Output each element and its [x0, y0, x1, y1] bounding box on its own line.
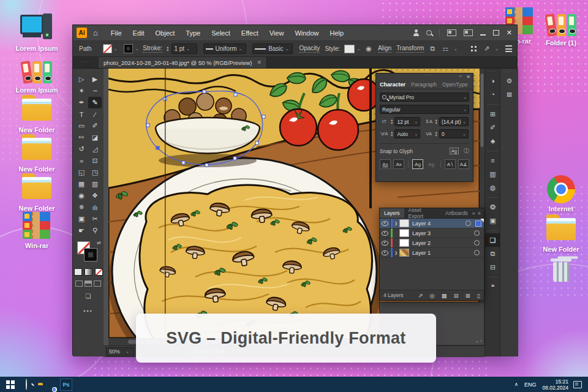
panel-close-icon[interactable]: ✕ [466, 74, 470, 80]
symbols-panel-icon[interactable]: ♣ [485, 134, 500, 148]
hand-tool-icon[interactable]: ☛ [75, 225, 88, 236]
desktop-icon-trash[interactable] [532, 257, 588, 284]
width-tool-icon[interactable]: ≈ [75, 155, 88, 167]
menu-type[interactable]: Type [180, 29, 206, 37]
lasso-tool-icon[interactable]: ∽ [88, 85, 102, 97]
gradient-mode-button[interactable] [85, 268, 92, 276]
options-menu-icon[interactable] [505, 45, 512, 52]
font-family-select[interactable]: Myriad Pro⌄ [380, 92, 469, 102]
minimize-button[interactable] [480, 34, 486, 36]
isolate-icon[interactable]: ⧉ [430, 45, 435, 53]
menu-edit[interactable]: Edit [127, 29, 150, 37]
visibility-eye-icon[interactable] [380, 228, 391, 238]
fill-none-swatch[interactable] [103, 44, 112, 53]
free-transform-tool-icon[interactable]: ⊡ [88, 155, 102, 167]
gradient-panel-icon[interactable]: ▥ [485, 167, 500, 181]
maximize-button[interactable] [493, 30, 499, 36]
menu-select[interactable]: Select [206, 29, 236, 37]
home-icon[interactable]: ⌂ [93, 28, 98, 37]
new-layer-icon[interactable]: ⊞ [466, 292, 470, 299]
snap-glyph-bounds-button[interactable]: Ag [412, 159, 423, 169]
artboard-tool-icon[interactable]: ▣ [75, 213, 88, 225]
arrange-documents-icon[interactable] [447, 29, 456, 36]
slice-tool-icon[interactable]: ✂ [88, 213, 102, 225]
visibility-eye-icon[interactable] [380, 238, 391, 247]
layers-panel-icon[interactable]: ❏ [485, 233, 500, 247]
layer-row-layer-3[interactable]: Layer 3 [380, 228, 484, 238]
start-button[interactable] [6, 380, 15, 389]
close-button[interactable]: ✕ [507, 29, 512, 37]
snap-baseline-button[interactable]: Ax [380, 159, 391, 169]
document-tab[interactable]: photo_2024-10-28_20-01-40.jpg* @ 50 % (R… [99, 57, 267, 68]
notification-center-icon[interactable] [573, 381, 582, 388]
angular-guide-button[interactable]: A∖ [445, 159, 456, 169]
layer-name[interactable]: Layer 1 [412, 250, 474, 256]
desktop-icon-new-folder[interactable]: New Folder [7, 134, 66, 173]
shape-builder-tool-icon[interactable]: ◱ [75, 167, 88, 178]
screen-mode-icon[interactable]: ❏ [73, 293, 104, 300]
layer-name[interactable]: Layer 4 [412, 221, 466, 227]
none-mode-button[interactable] [95, 268, 103, 276]
menu-view[interactable]: View [264, 29, 290, 37]
clock[interactable]: 15:21 08.02.2024 [542, 379, 568, 391]
opacity-link[interactable]: Opacity [299, 45, 320, 53]
kerning-field[interactable]: Auto⌄ [394, 129, 420, 138]
desktop-icon-new-folder[interactable]: New Folder [7, 95, 66, 134]
share-icon[interactable]: ⇗ [484, 45, 489, 53]
tracking-field[interactable]: 0⌄ [439, 129, 469, 138]
layer-thumbnail[interactable] [399, 229, 409, 237]
gradient-tool-icon[interactable]: ▥ [88, 178, 102, 190]
expand-panel-icon[interactable]: » [472, 211, 475, 216]
layer-row-layer-1[interactable]: ❯Layer 1 [380, 248, 484, 258]
color-panel-icon[interactable]: ◑ [485, 74, 500, 88]
artboards-panel-icon[interactable]: ⧉ [485, 247, 500, 260]
desktop-icon-binders[interactable]: Lorem Ipsum [7, 55, 66, 94]
select-similar-icon[interactable]: ⚏ [442, 45, 448, 53]
menu-effect[interactable]: Effect [236, 29, 264, 37]
tab-paragraph[interactable]: Paragraph [411, 81, 437, 88]
magic-wand-tool-icon[interactable]: ✶ [75, 85, 88, 97]
mesh-tool-icon[interactable]: ▦ [75, 178, 88, 190]
stroke-proxy[interactable] [85, 249, 97, 261]
font-style-select[interactable]: Regular⌄ [380, 105, 469, 114]
menu-window[interactable]: Window [289, 29, 324, 37]
panel-menu-icon[interactable]: ≡ [473, 83, 477, 85]
swap-fill-stroke-icon[interactable]: ⇄ [97, 240, 101, 246]
menu-help[interactable]: Help [325, 29, 350, 37]
selection-tool-icon[interactable]: ▷ [75, 74, 88, 85]
layer-thumbnail[interactable] [399, 219, 409, 227]
transform-link[interactable]: Transform [396, 45, 424, 53]
stroke-color-swatch[interactable] [124, 44, 133, 53]
menu-file[interactable]: File [105, 29, 127, 37]
align-link[interactable]: Align [378, 45, 391, 53]
layer-target-circle[interactable] [474, 240, 480, 246]
snap-xheight-button[interactable]: Ax [393, 159, 404, 169]
locate-object-icon[interactable]: ◎ [430, 292, 435, 299]
tab-character[interactable]: Character [380, 81, 405, 88]
perspective-grid-tool-icon[interactable]: ◳ [88, 167, 102, 178]
layer-row-layer-4[interactable]: ❯Layer 4 [380, 219, 484, 228]
tab-asset-export[interactable]: Asset Export [404, 208, 442, 218]
stroke-stepper[interactable]: ▲▼ [166, 46, 169, 51]
graph-tool-icon[interactable]: ılı [88, 202, 102, 213]
graphic-styles-panel-icon[interactable]: ▣ [485, 214, 500, 227]
paintbrush-tool-icon[interactable]: ✐ [88, 120, 102, 132]
snap-glyph-alt-button[interactable]: Ag [426, 159, 437, 169]
taskbar-search-icon[interactable] [26, 379, 27, 390]
desktop-icon-computer[interactable]: Lorem Ipsum [7, 13, 66, 52]
recolor-artwork-icon[interactable]: ◉ [366, 45, 372, 53]
collapse-icon[interactable]: ‹‹ [459, 74, 462, 78]
draw-inside-button[interactable] [94, 281, 101, 287]
draw-normal-button[interactable] [75, 281, 83, 287]
tab-opentype[interactable]: OpenType [442, 81, 468, 88]
layer-target-circle[interactable] [474, 250, 480, 255]
language-indicator[interactable]: ENG [524, 382, 537, 388]
search-icon[interactable] [426, 30, 432, 36]
width-profile-select[interactable]: Uniform⌄ [203, 43, 246, 54]
panel-menu-icon[interactable]: ≡ [478, 211, 481, 216]
rotate-tool-icon[interactable]: ↺ [75, 143, 88, 155]
panel-header[interactable]: ‹‹✕ [376, 74, 473, 80]
layer-expand-icon[interactable]: ❯ [393, 221, 399, 225]
properties-panel-icon[interactable]: ⚙ [500, 74, 518, 88]
layer-thumbnail[interactable] [399, 249, 409, 257]
